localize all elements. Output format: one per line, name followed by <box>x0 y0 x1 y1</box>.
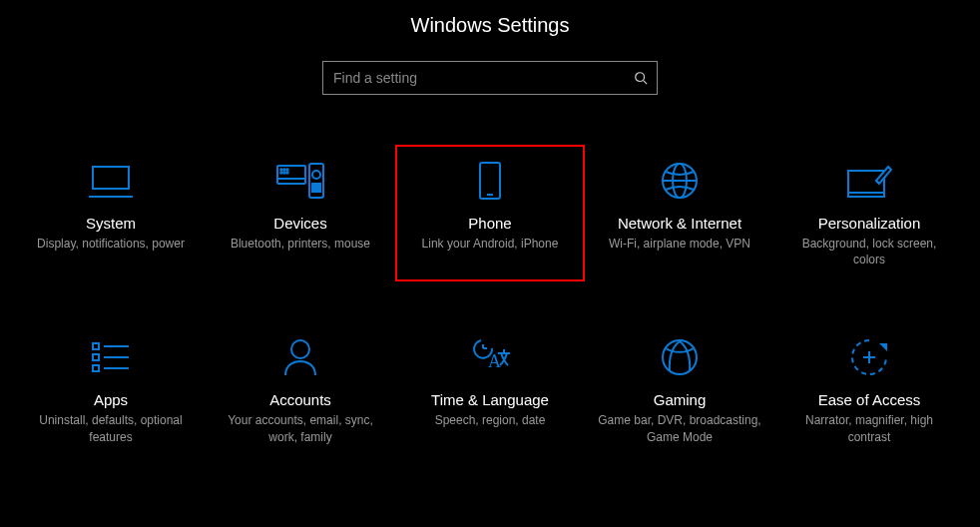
tile-apps[interactable]: Apps Uninstall, defaults, optional featu… <box>16 321 206 458</box>
tile-time-language[interactable]: A Time & Language Speech, region, date <box>395 321 585 458</box>
svg-rect-26 <box>93 365 99 371</box>
tile-gaming[interactable]: Gaming Game bar, DVR, broadcasting, Game… <box>585 321 774 458</box>
svg-rect-14 <box>312 184 320 187</box>
svg-point-8 <box>286 169 288 171</box>
search-wrap <box>322 61 658 95</box>
svg-rect-25 <box>93 354 99 360</box>
tile-devices[interactable]: Devices Bluetooth, printers, mouse <box>206 145 395 281</box>
tile-sub: Narrator, magnifier, high contrast <box>784 412 954 444</box>
tile-label: Personalization <box>818 215 921 232</box>
tile-system[interactable]: System Display, notifications, power <box>16 145 206 281</box>
tile-accounts[interactable]: Accounts Your accounts, email, sync, wor… <box>206 321 395 458</box>
apps-icon <box>91 333 131 381</box>
tile-label: Time & Language <box>431 391 549 408</box>
tile-network[interactable]: Network & Internet Wi-Fi, airplane mode,… <box>585 145 774 281</box>
time-language-icon: A <box>468 333 512 381</box>
system-icon <box>89 157 133 205</box>
tile-label: Apps <box>94 391 128 408</box>
svg-rect-16 <box>480 163 500 199</box>
search-input[interactable] <box>322 61 658 95</box>
phone-icon <box>478 157 502 205</box>
tile-sub: Game bar, DVR, broadcasting, Game Mode <box>595 412 764 444</box>
tile-label: Network & Internet <box>618 215 741 232</box>
tile-sub: Background, lock screen, colors <box>784 236 954 267</box>
tile-sub: Speech, region, date <box>435 412 546 428</box>
tile-sub: Wi-Fi, airplane mode, VPN <box>609 236 750 252</box>
svg-point-13 <box>312 171 320 179</box>
svg-marker-37 <box>879 343 887 351</box>
tile-label: Gaming <box>654 391 707 408</box>
tile-ease-of-access[interactable]: Ease of Access Narrator, magnifier, high… <box>774 321 964 458</box>
svg-point-11 <box>286 172 288 174</box>
page-title: Windows Settings <box>411 14 570 37</box>
svg-point-6 <box>280 169 282 171</box>
personalization-icon <box>846 157 892 205</box>
tile-label: System <box>86 215 136 232</box>
accounts-icon <box>282 333 318 381</box>
svg-rect-2 <box>93 167 129 189</box>
gaming-icon <box>660 333 700 381</box>
svg-point-30 <box>291 340 309 358</box>
tile-personalization[interactable]: Personalization Background, lock screen,… <box>774 145 964 281</box>
ease-of-access-icon <box>849 333 889 381</box>
tile-label: Devices <box>273 215 326 232</box>
devices-icon <box>275 157 325 205</box>
svg-rect-15 <box>312 189 320 192</box>
globe-icon <box>660 157 700 205</box>
tile-sub: Uninstall, defaults, optional features <box>26 412 196 444</box>
tile-label: Accounts <box>269 391 331 408</box>
svg-rect-24 <box>93 343 99 349</box>
svg-point-7 <box>283 169 285 171</box>
tile-label: Phone <box>468 215 511 232</box>
tile-label: Ease of Access <box>818 391 921 408</box>
svg-point-10 <box>283 172 285 174</box>
svg-point-9 <box>280 172 282 174</box>
settings-grid: System Display, notifications, power <box>16 145 964 459</box>
tile-sub: Your accounts, email, sync, work, family <box>216 412 385 444</box>
tile-sub: Display, notifications, power <box>37 236 185 252</box>
tile-sub: Link your Android, iPhone <box>422 236 559 252</box>
tile-phone[interactable]: Phone Link your Android, iPhone <box>395 145 585 281</box>
svg-point-36 <box>663 340 697 374</box>
tile-sub: Bluetooth, printers, mouse <box>231 236 370 252</box>
